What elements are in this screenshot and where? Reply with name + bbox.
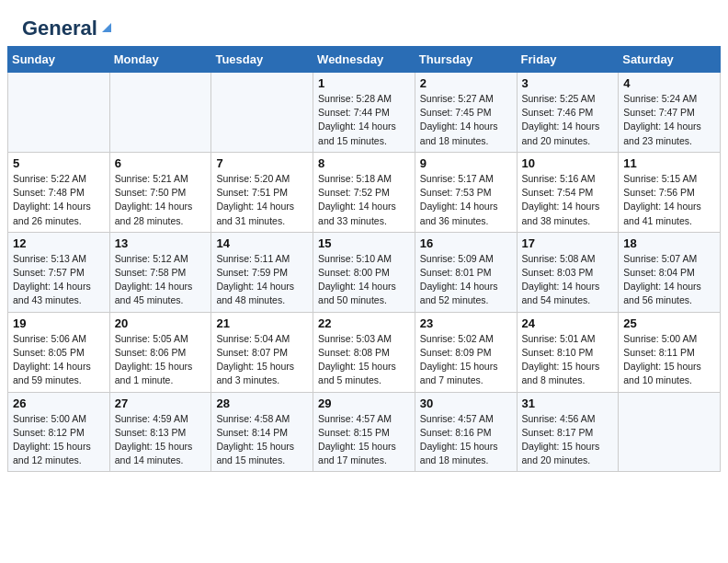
calendar-day-7: 7Sunrise: 5:20 AM Sunset: 7:51 PM Daylig… <box>211 152 313 232</box>
calendar-day-27: 27Sunrise: 4:59 AM Sunset: 8:13 PM Dayli… <box>109 392 211 472</box>
calendar-day-5: 5Sunrise: 5:22 AM Sunset: 7:48 PM Daylig… <box>8 152 110 232</box>
day-info: Sunrise: 5:28 AM Sunset: 7:44 PM Dayligh… <box>318 92 410 148</box>
calendar-day-23: 23Sunrise: 5:02 AM Sunset: 8:09 PM Dayli… <box>415 312 517 392</box>
calendar-week-row: 12Sunrise: 5:13 AM Sunset: 7:57 PM Dayli… <box>8 232 721 312</box>
day-number: 22 <box>318 316 410 330</box>
day-info: Sunrise: 5:08 AM Sunset: 8:03 PM Dayligh… <box>522 252 614 308</box>
day-number: 24 <box>522 316 614 330</box>
calendar-day-4: 4Sunrise: 5:24 AM Sunset: 7:47 PM Daylig… <box>619 73 721 153</box>
day-number: 15 <box>318 236 410 250</box>
day-number: 20 <box>115 316 207 330</box>
day-number: 5 <box>13 156 105 170</box>
calendar-day-20: 20Sunrise: 5:05 AM Sunset: 8:06 PM Dayli… <box>109 312 211 392</box>
calendar-header: SundayMondayTuesdayWednesdayThursdayFrid… <box>8 47 721 73</box>
calendar-week-row: 5Sunrise: 5:22 AM Sunset: 7:48 PM Daylig… <box>8 152 721 232</box>
calendar-day-8: 8Sunrise: 5:18 AM Sunset: 7:52 PM Daylig… <box>313 152 415 232</box>
svg-marker-0 <box>102 23 111 32</box>
page-header: General <box>0 0 728 46</box>
day-info: Sunrise: 4:57 AM Sunset: 8:15 PM Dayligh… <box>318 412 410 468</box>
day-info: Sunrise: 5:02 AM Sunset: 8:09 PM Dayligh… <box>420 332 512 388</box>
calendar-day-15: 15Sunrise: 5:10 AM Sunset: 8:00 PM Dayli… <box>313 232 415 312</box>
weekday-header-row: SundayMondayTuesdayWednesdayThursdayFrid… <box>8 47 721 73</box>
day-number: 30 <box>420 396 512 410</box>
day-info: Sunrise: 4:59 AM Sunset: 8:13 PM Dayligh… <box>115 412 207 468</box>
weekday-header-friday: Friday <box>517 47 619 73</box>
day-number: 27 <box>115 396 207 410</box>
day-number: 10 <box>522 156 614 170</box>
day-info: Sunrise: 5:00 AM Sunset: 8:12 PM Dayligh… <box>13 412 105 468</box>
day-info: Sunrise: 5:05 AM Sunset: 8:06 PM Dayligh… <box>115 332 207 388</box>
calendar-day-3: 3Sunrise: 5:25 AM Sunset: 7:46 PM Daylig… <box>517 73 619 153</box>
day-number: 2 <box>420 76 512 90</box>
calendar-day-9: 9Sunrise: 5:17 AM Sunset: 7:53 PM Daylig… <box>415 152 517 232</box>
calendar-week-row: 1Sunrise: 5:28 AM Sunset: 7:44 PM Daylig… <box>8 73 721 153</box>
calendar-day-17: 17Sunrise: 5:08 AM Sunset: 8:03 PM Dayli… <box>517 232 619 312</box>
day-info: Sunrise: 5:24 AM Sunset: 7:47 PM Dayligh… <box>623 92 715 148</box>
calendar-day-22: 22Sunrise: 5:03 AM Sunset: 8:08 PM Dayli… <box>313 312 415 392</box>
day-info: Sunrise: 5:18 AM Sunset: 7:52 PM Dayligh… <box>318 172 410 228</box>
weekday-header-saturday: Saturday <box>619 47 721 73</box>
day-number: 23 <box>420 316 512 330</box>
calendar-empty-cell <box>211 73 313 153</box>
calendar-day-18: 18Sunrise: 5:07 AM Sunset: 8:04 PM Dayli… <box>619 232 721 312</box>
calendar-day-6: 6Sunrise: 5:21 AM Sunset: 7:50 PM Daylig… <box>109 152 211 232</box>
weekday-header-tuesday: Tuesday <box>211 47 313 73</box>
day-number: 14 <box>216 236 308 250</box>
day-number: 7 <box>216 156 308 170</box>
calendar-day-30: 30Sunrise: 4:57 AM Sunset: 8:16 PM Dayli… <box>415 392 517 472</box>
calendar-table: SundayMondayTuesdayWednesdayThursdayFrid… <box>7 46 721 472</box>
calendar-empty-cell <box>8 73 110 153</box>
weekday-header-monday: Monday <box>109 47 211 73</box>
calendar-day-26: 26Sunrise: 5:00 AM Sunset: 8:12 PM Dayli… <box>8 392 110 472</box>
logo-triangle-icon <box>98 19 115 36</box>
calendar-day-13: 13Sunrise: 5:12 AM Sunset: 7:58 PM Dayli… <box>109 232 211 312</box>
calendar-empty-cell <box>619 392 721 472</box>
day-number: 28 <box>216 396 308 410</box>
day-number: 31 <box>522 396 614 410</box>
day-info: Sunrise: 5:07 AM Sunset: 8:04 PM Dayligh… <box>623 252 715 308</box>
calendar-day-21: 21Sunrise: 5:04 AM Sunset: 8:07 PM Dayli… <box>211 312 313 392</box>
day-number: 13 <box>115 236 207 250</box>
day-info: Sunrise: 5:20 AM Sunset: 7:51 PM Dayligh… <box>216 172 308 228</box>
calendar-wrapper: SundayMondayTuesdayWednesdayThursdayFrid… <box>0 46 728 479</box>
day-number: 8 <box>318 156 410 170</box>
calendar-day-16: 16Sunrise: 5:09 AM Sunset: 8:01 PM Dayli… <box>415 232 517 312</box>
calendar-day-10: 10Sunrise: 5:16 AM Sunset: 7:54 PM Dayli… <box>517 152 619 232</box>
day-info: Sunrise: 5:13 AM Sunset: 7:57 PM Dayligh… <box>13 252 105 308</box>
day-info: Sunrise: 5:15 AM Sunset: 7:56 PM Dayligh… <box>623 172 715 228</box>
day-info: Sunrise: 4:57 AM Sunset: 8:16 PM Dayligh… <box>420 412 512 468</box>
day-number: 9 <box>420 156 512 170</box>
day-info: Sunrise: 5:04 AM Sunset: 8:07 PM Dayligh… <box>216 332 308 388</box>
calendar-day-19: 19Sunrise: 5:06 AM Sunset: 8:05 PM Dayli… <box>8 312 110 392</box>
day-number: 17 <box>522 236 614 250</box>
day-number: 25 <box>623 316 715 330</box>
day-number: 18 <box>623 236 715 250</box>
calendar-day-12: 12Sunrise: 5:13 AM Sunset: 7:57 PM Dayli… <box>8 232 110 312</box>
calendar-body: 1Sunrise: 5:28 AM Sunset: 7:44 PM Daylig… <box>8 73 721 472</box>
day-number: 29 <box>318 396 410 410</box>
day-number: 11 <box>623 156 715 170</box>
day-info: Sunrise: 5:21 AM Sunset: 7:50 PM Dayligh… <box>115 172 207 228</box>
logo: General <box>22 17 115 37</box>
weekday-header-wednesday: Wednesday <box>313 47 415 73</box>
day-info: Sunrise: 5:17 AM Sunset: 7:53 PM Dayligh… <box>420 172 512 228</box>
day-info: Sunrise: 4:56 AM Sunset: 8:17 PM Dayligh… <box>522 412 614 468</box>
day-number: 1 <box>318 76 410 90</box>
weekday-header-sunday: Sunday <box>8 47 110 73</box>
day-info: Sunrise: 5:22 AM Sunset: 7:48 PM Dayligh… <box>13 172 105 228</box>
calendar-empty-cell <box>109 73 211 153</box>
calendar-day-28: 28Sunrise: 4:58 AM Sunset: 8:14 PM Dayli… <box>211 392 313 472</box>
calendar-day-2: 2Sunrise: 5:27 AM Sunset: 7:45 PM Daylig… <box>415 73 517 153</box>
day-info: Sunrise: 5:01 AM Sunset: 8:10 PM Dayligh… <box>522 332 614 388</box>
calendar-week-row: 26Sunrise: 5:00 AM Sunset: 8:12 PM Dayli… <box>8 392 721 472</box>
day-info: Sunrise: 5:12 AM Sunset: 7:58 PM Dayligh… <box>115 252 207 308</box>
day-number: 21 <box>216 316 308 330</box>
day-number: 6 <box>115 156 207 170</box>
calendar-day-14: 14Sunrise: 5:11 AM Sunset: 7:59 PM Dayli… <box>211 232 313 312</box>
day-number: 16 <box>420 236 512 250</box>
calendar-day-25: 25Sunrise: 5:00 AM Sunset: 8:11 PM Dayli… <box>619 312 721 392</box>
day-number: 12 <box>13 236 105 250</box>
day-info: Sunrise: 5:11 AM Sunset: 7:59 PM Dayligh… <box>216 252 308 308</box>
calendar-day-24: 24Sunrise: 5:01 AM Sunset: 8:10 PM Dayli… <box>517 312 619 392</box>
calendar-day-1: 1Sunrise: 5:28 AM Sunset: 7:44 PM Daylig… <box>313 73 415 153</box>
